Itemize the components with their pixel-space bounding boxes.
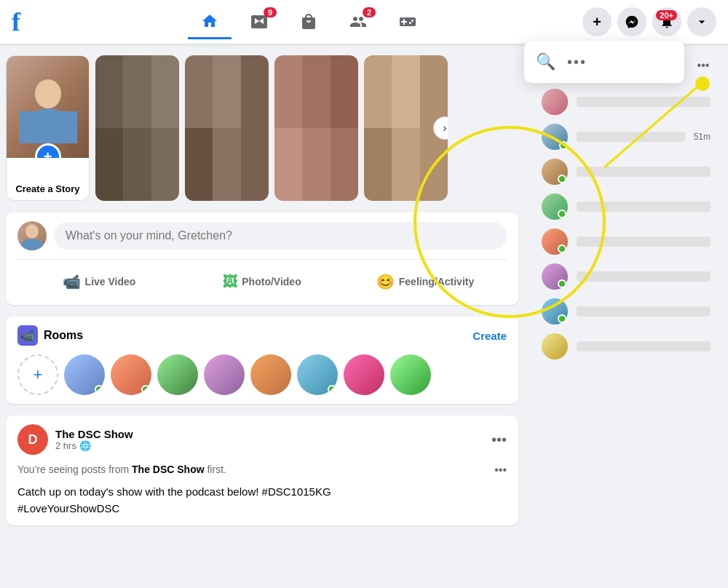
create-story-card[interactable]: + Create a Story	[6, 55, 90, 201]
post-time: 2 hrs 🌐	[55, 440, 484, 451]
online-indicator	[141, 385, 150, 394]
room-avatar-1[interactable]	[64, 354, 105, 395]
contact-item-2[interactable]: 51m	[530, 119, 722, 154]
nav-right-actions: + 20+	[582, 7, 716, 36]
room-avatar-5[interactable]	[250, 354, 291, 395]
post-card-header: D The DSC Show 2 hrs 🌐 •••	[6, 416, 518, 464]
seeing-suffix: first.	[205, 464, 226, 475]
menu-button[interactable]	[687, 7, 716, 36]
nav-tab-marketplace[interactable]	[287, 4, 331, 39]
contact-item-3[interactable]	[530, 154, 722, 189]
online-indicator-6	[558, 279, 566, 288]
post-content-line1: Catch up on today's show with the podcas…	[17, 484, 507, 501]
story-card-1[interactable]	[95, 55, 179, 201]
contacts-more-button[interactable]: •••	[690, 52, 716, 79]
story-card-2[interactable]	[185, 55, 269, 201]
top-navigation: f 9 2 + 20	[0, 0, 728, 44]
contact-avatar-7	[542, 298, 568, 325]
contact-avatar-1	[542, 89, 568, 115]
notifications-button[interactable]: 20+	[652, 7, 681, 36]
post-input-row	[17, 221, 507, 250]
globe-icon: 🌐	[79, 440, 91, 451]
contact-item-1[interactable]	[530, 84, 722, 119]
post-page-avatar: D	[17, 424, 48, 455]
post-content-line2: #LoveYourShowDSC	[17, 501, 507, 517]
room-avatar-3[interactable]	[157, 354, 198, 395]
story-card-3[interactable]	[274, 55, 358, 201]
current-user-avatar	[17, 221, 47, 250]
live-video-button[interactable]: 📹 Live Video	[17, 267, 181, 296]
contact-item-6[interactable]	[530, 259, 722, 294]
rooms-title-text: Rooms	[44, 329, 83, 342]
svg-point-3	[25, 224, 39, 239]
contact-name-5	[577, 237, 711, 247]
room-avatar-8[interactable]	[390, 354, 431, 395]
contact-name-8	[577, 341, 711, 351]
rooms-create-link[interactable]: Create	[472, 330, 507, 342]
online-indicator-7	[558, 314, 566, 323]
panel-more-dots: •••	[567, 54, 587, 71]
story-card-4[interactable]: ›	[364, 55, 448, 201]
contact-name-3	[577, 167, 711, 177]
photo-video-button[interactable]: 🖼 Photo/Video	[181, 267, 344, 296]
watch-badge: 9	[264, 7, 277, 17]
photo-video-label: Photo/Video	[242, 276, 301, 287]
center-feed: + Create a Story	[0, 44, 524, 588]
rooms-avatars: +	[17, 354, 507, 395]
story-bg-grid	[95, 55, 179, 201]
contact-name-4	[577, 202, 711, 212]
contact-avatar-8	[542, 333, 568, 359]
online-indicator-5	[558, 245, 566, 253]
svg-rect-2	[19, 111, 77, 143]
contact-item-4[interactable]	[530, 189, 722, 224]
plus-icon: +	[593, 14, 601, 31]
post-author-name: The DSC Show	[55, 428, 484, 440]
rooms-title: 📹 Rooms	[17, 325, 83, 346]
contact-name-7	[577, 306, 711, 317]
seeing-text: You're seeing posts from	[17, 464, 132, 475]
nav-tab-gaming[interactable]	[386, 4, 430, 39]
post-card: D The DSC Show 2 hrs 🌐 ••• You're seeing…	[6, 416, 518, 525]
post-seeing-more-button[interactable]: •••	[494, 464, 507, 477]
svg-point-0	[35, 79, 61, 108]
rooms-icon: 📹	[17, 325, 38, 346]
user-avatar-silhouette	[19, 221, 45, 250]
nav-tab-watch[interactable]: 9	[237, 4, 281, 39]
online-indicator-3	[558, 175, 566, 183]
nav-tab-groups[interactable]: 2	[336, 4, 380, 39]
post-input-box: 📹 Live Video 🖼 Photo/Video 😊 Feeling/Act…	[6, 212, 518, 305]
post-more-button[interactable]: •••	[491, 432, 507, 448]
user-photo-bg	[7, 56, 89, 158]
facebook-logo: f	[12, 7, 20, 37]
post-time-text: 2 hrs	[55, 440, 76, 451]
room-avatar-7[interactable]	[344, 354, 384, 395]
nav-tab-home[interactable]	[188, 4, 232, 39]
contact-avatar-5	[542, 229, 568, 255]
stories-row: + Create a Story	[6, 55, 518, 201]
contact-item-7[interactable]	[530, 294, 722, 329]
contact-avatar-3	[542, 159, 568, 185]
contact-item-8[interactable]	[530, 329, 722, 364]
online-indicator	[95, 385, 103, 394]
post-meta: The DSC Show 2 hrs 🌐	[55, 428, 484, 451]
add-room-button[interactable]: +	[17, 354, 58, 395]
feeling-label: Feeling/Activity	[399, 276, 474, 287]
rooms-box: 📹 Rooms Create +	[6, 317, 518, 404]
svg-point-4	[20, 239, 44, 250]
create-story-label: Create a Story	[7, 158, 89, 200]
chevron-down-icon	[695, 15, 709, 29]
live-video-icon: 📹	[63, 273, 81, 290]
contact-item-5[interactable]	[530, 224, 722, 259]
messenger-button[interactable]	[617, 7, 646, 36]
add-button[interactable]: +	[582, 7, 612, 36]
room-avatar-2[interactable]	[111, 354, 151, 395]
room-avatar-4[interactable]	[204, 354, 245, 395]
room-avatar-6[interactable]	[297, 354, 338, 395]
feeling-button[interactable]: 😊 Feeling/Activity	[344, 267, 507, 296]
create-story-image: +	[7, 56, 89, 158]
post-text-input[interactable]	[54, 222, 507, 250]
story-bg-grid-2	[185, 55, 269, 201]
groups-badge: 2	[363, 7, 376, 17]
seeing-page-name: The DSC Show	[132, 464, 205, 475]
right-sidebar: Contacts 🔍 ••• 51m	[524, 44, 728, 588]
